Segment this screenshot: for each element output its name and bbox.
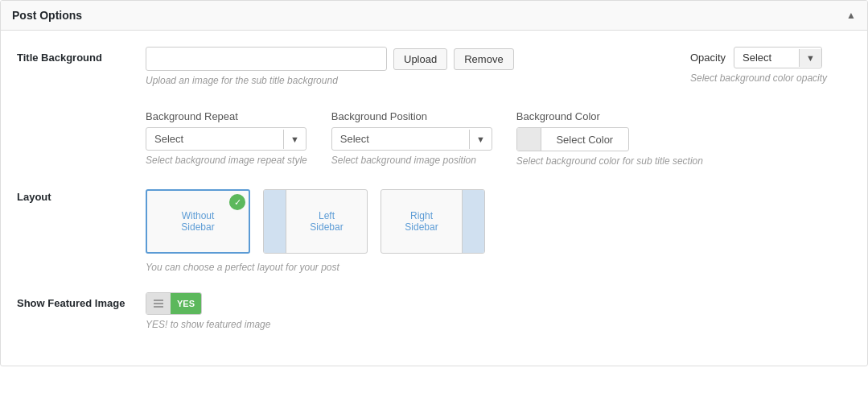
title-background-input[interactable]	[146, 47, 387, 71]
panel-header: Post Options ▲	[1, 1, 867, 31]
opacity-row: Opacity Select ▼	[690, 47, 851, 68]
background-color-field: Background Color Select Color Select bac…	[516, 110, 703, 167]
post-options-panel: Post Options ▲ Title Background Upload R…	[0, 0, 868, 366]
background-color-help: Select background color for sub title se…	[516, 155, 703, 167]
background-position-help: Select background image position	[331, 155, 492, 166]
layout-help-text: You can choose a perfect layout for your…	[146, 262, 851, 273]
opacity-select-text: Select	[734, 48, 799, 68]
layout-option-left-sidebar[interactable]: LeftSidebar	[263, 189, 368, 254]
opacity-section: Opacity Select ▼ Select background color…	[690, 47, 851, 84]
background-repeat-select[interactable]: Select ▼	[146, 127, 306, 151]
toggle-bars-icon	[154, 300, 163, 308]
layout-label: Layout	[17, 186, 146, 203]
left-sidebar-visual	[264, 190, 286, 253]
background-options-content: Background Repeat Select ▼ Select backgr…	[146, 105, 851, 167]
opacity-help-text: Select background color opacity	[690, 72, 851, 84]
layout-right-sidebar-label: RightSidebar	[405, 210, 438, 233]
background-repeat-label: Background Repeat	[146, 110, 307, 122]
panel-title: Post Options	[12, 9, 82, 22]
toggle-off-section	[146, 293, 171, 314]
right-sidebar-visual	[462, 190, 484, 253]
featured-image-toggle[interactable]: YES	[146, 292, 202, 315]
toggle-yes-label: YES	[177, 299, 195, 308]
opacity-select[interactable]: Select ▼	[734, 47, 822, 68]
background-repeat-arrow-icon[interactable]: ▼	[283, 130, 306, 149]
toggle-on-section: YES	[171, 293, 201, 314]
title-background-row: Title Background Upload Remove Upload an…	[17, 47, 851, 86]
layout-option-without-sidebar[interactable]: ✓ WithoutSidebar	[146, 189, 250, 254]
toggle-bar-3	[154, 306, 163, 308]
background-position-select-text: Select	[332, 128, 469, 150]
title-background-label: Title Background	[17, 47, 146, 64]
toggle-row: YES	[146, 292, 851, 315]
upload-button[interactable]: Upload	[393, 48, 447, 70]
layout-left-sidebar-label: LeftSidebar	[310, 210, 343, 233]
upload-row: Upload Remove	[146, 47, 658, 71]
background-repeat-help: Select background image repeat style	[146, 155, 307, 166]
show-featured-image-label: Show Featured Image	[17, 292, 146, 309]
background-color-label: Background Color	[516, 110, 703, 122]
background-position-select[interactable]: Select ▼	[331, 127, 492, 151]
panel-body: Title Background Upload Remove Upload an…	[1, 31, 867, 366]
opacity-arrow-icon[interactable]: ▼	[799, 49, 821, 67]
background-position-arrow-icon[interactable]: ▼	[469, 130, 492, 149]
color-picker-row[interactable]: Select Color	[516, 127, 629, 151]
show-featured-image-row: Show Featured Image YES	[17, 292, 851, 330]
background-options-label	[17, 105, 146, 110]
layout-selected-check: ✓	[229, 194, 245, 210]
layout-option-right-sidebar[interactable]: RightSidebar	[381, 189, 485, 254]
collapse-icon[interactable]: ▲	[846, 10, 856, 21]
title-bg-main: Upload Remove Upload an image for the su…	[146, 47, 851, 86]
background-repeat-field: Background Repeat Select ▼ Select backgr…	[146, 110, 307, 167]
layout-content: ✓ WithoutSidebar LeftSidebar RightSideba…	[146, 186, 851, 273]
featured-image-help-text: YES! to show featured image	[146, 319, 851, 330]
toggle-bar-2	[154, 303, 163, 304]
background-position-field: Background Position Select ▼ Select back…	[331, 110, 492, 167]
toggle-bar-1	[154, 300, 163, 301]
title-bg-left: Upload Remove Upload an image for the su…	[146, 47, 658, 86]
title-background-content: Upload Remove Upload an image for the su…	[146, 47, 851, 86]
select-color-button[interactable]: Select Color	[541, 130, 628, 150]
sub-fields-row: Background Repeat Select ▼ Select backgr…	[146, 110, 851, 167]
remove-button[interactable]: Remove	[454, 48, 513, 70]
background-options-row: Background Repeat Select ▼ Select backgr…	[17, 105, 851, 167]
background-repeat-select-text: Select	[146, 128, 283, 150]
layout-options: ✓ WithoutSidebar LeftSidebar RightSideba…	[146, 189, 851, 254]
layout-row: Layout ✓ WithoutSidebar LeftSidebar	[17, 186, 851, 273]
layout-without-sidebar-label: WithoutSidebar	[181, 210, 214, 233]
upload-help-text: Upload an image for the sub title backgr…	[146, 75, 658, 86]
color-swatch	[517, 128, 541, 151]
background-position-label: Background Position	[331, 110, 492, 122]
opacity-label: Opacity	[690, 52, 726, 64]
show-featured-image-content: YES YES! to show featured image	[146, 292, 851, 330]
